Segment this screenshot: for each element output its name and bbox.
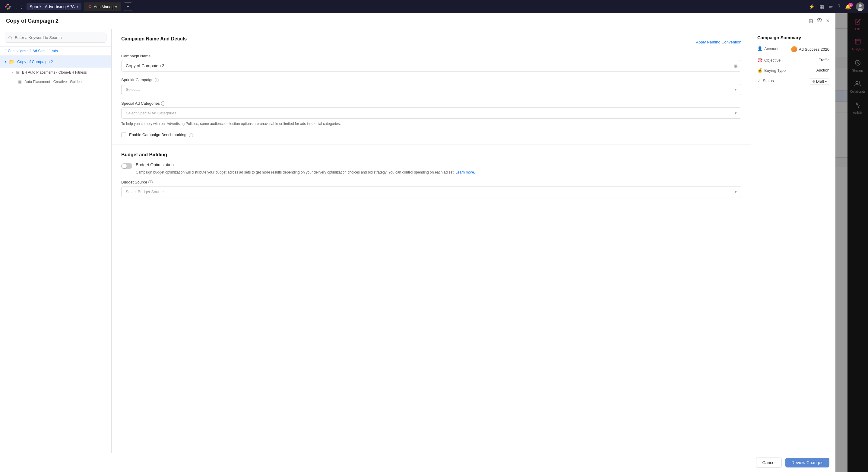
benchmarking-row: Enable Campaign Benchmarking i <box>121 132 741 137</box>
budget-source-arrow-icon: ▾ <box>735 189 737 194</box>
help-icon[interactable]: ? <box>838 4 840 9</box>
grid-icon: ⋮⋮ <box>14 4 24 10</box>
sprinklr-logo-icon <box>4 2 12 11</box>
tree-arrow-icon: ▾ <box>5 60 6 63</box>
account-key: 👤 Account <box>757 46 778 51</box>
ad-icon: ▣ <box>18 79 22 84</box>
app-name[interactable]: Sprinklr Advertising APA ▾ <box>27 3 82 10</box>
status-value: Draft ▾ <box>810 78 829 85</box>
budget-optimization-label: Budget Optimization <box>136 163 475 167</box>
campaign-tree-item[interactable]: ▾ 📁 Copy of Campaign 2 ⋮ <box>0 56 111 68</box>
budget-source-label: Budget Source i <box>121 180 741 184</box>
ads-manager-tab[interactable]: ⚙ Ads Manager <box>84 2 121 11</box>
modal-header: Copy of Campaign 2 ⊞ × <box>0 13 835 29</box>
modal-footer: Cancel Review Changes <box>0 453 835 472</box>
breadcrumb-campaigns[interactable]: 1 Campaigns <box>5 49 26 53</box>
svg-point-8 <box>859 4 862 7</box>
dropdown-arrow-icon: ▾ <box>76 5 79 9</box>
learn-more-link[interactable]: Learn more. <box>456 170 475 174</box>
status-dropdown[interactable]: Draft ▾ <box>810 78 829 85</box>
campaign-details-section: Campaign Name And Details Apply Naming C… <box>112 29 751 145</box>
special-ad-label: Special Ad Categories i <box>121 101 741 106</box>
campaign-name-field: Campaign Name ▦ <box>121 54 741 71</box>
campaign-name-input[interactable] <box>121 60 741 71</box>
ad-tree-item[interactable]: ▣ Auto Placement - Creative - Golden <box>0 77 111 86</box>
select-arrow-icon: ▾ <box>735 87 737 92</box>
status-key: ✓ Status <box>757 78 774 83</box>
notification-bell[interactable]: 🔔 1 <box>845 4 851 10</box>
svg-point-5 <box>6 4 7 6</box>
buying-type-icon: 💰 <box>757 68 763 73</box>
special-ad-arrow-icon: ▾ <box>735 111 737 115</box>
tree-navigation-panel: 1 Campaigns › 1 Ad Sets › 1 Ads ▾ 📁 Cop <box>0 29 112 453</box>
sprinklr-campaign-select[interactable]: Select... ▾ <box>121 84 741 95</box>
keyword-search-input[interactable] <box>5 33 106 42</box>
section1-title: Campaign Name And Details <box>121 36 187 42</box>
grid-input-icon: ▦ <box>734 63 738 68</box>
summary-account-row: 👤 Account Ad Success 2020 <box>757 46 829 52</box>
budget-source-info-icon[interactable]: i <box>148 180 153 184</box>
section2-title: Budget and Bidding <box>121 152 167 157</box>
cancel-button[interactable]: Cancel <box>756 458 782 468</box>
account-value: Ad Success 2020 <box>791 46 829 52</box>
tree-breadcrumb: 1 Campaigns › 1 Ad Sets › 1 Ads <box>0 47 111 56</box>
summary-title: Campaign Summary <box>757 35 829 40</box>
budget-optimization-toggle[interactable] <box>121 163 132 169</box>
new-tab-button[interactable]: + <box>124 2 132 11</box>
svg-point-10 <box>819 20 820 21</box>
notification-count: 1 <box>849 3 853 7</box>
breadcrumb-adsets[interactable]: 1 Ad Sets <box>30 49 45 53</box>
breadcrumb-ads[interactable]: 1 Ads <box>49 49 58 53</box>
budget-source-field: Budget Source i Select Budget Source ▾ <box>121 180 741 197</box>
special-ad-field: Special Ad Categories i Select Special A… <box>121 101 741 126</box>
status-dot-icon <box>812 80 815 83</box>
bolt-icon[interactable]: ⚡ <box>809 4 815 10</box>
tree-search-area <box>0 29 111 47</box>
tab-settings-icon: ⚙ <box>88 4 92 9</box>
preview-eye-icon[interactable] <box>817 18 822 25</box>
modal-title: Copy of Campaign 2 <box>6 18 59 24</box>
benchmarking-checkbox[interactable] <box>121 132 126 137</box>
campaign-more-button[interactable]: ⋮ <box>102 59 106 65</box>
naming-convention-link[interactable]: Apply Naming Convention <box>696 40 741 45</box>
account-icon: 👤 <box>757 46 763 51</box>
budget-source-select[interactable]: Select Budget Source ▾ <box>121 186 741 197</box>
status-icon: ✓ <box>757 78 761 83</box>
modal-body: 1 Campaigns › 1 Ad Sets › 1 Ads ▾ 📁 Cop <box>0 29 835 453</box>
special-ad-select[interactable]: Select Special Ad Categories ▾ <box>121 108 741 119</box>
summary-objective-row: 🎯 Objective Traffic <box>757 58 829 62</box>
svg-point-6 <box>8 7 10 9</box>
sprinklr-campaign-info-icon[interactable]: i <box>155 78 159 82</box>
sprinklr-campaign-field: Sprinklr Campaign i Select... ▾ <box>121 78 741 95</box>
benchmarking-info-icon[interactable]: i <box>189 133 193 137</box>
review-changes-button[interactable]: Review Changes <box>785 458 829 468</box>
objective-key: 🎯 Objective <box>757 58 780 62</box>
modal-close-button[interactable]: × <box>826 18 829 25</box>
budget-optimization-row: Budget Optimization Campaign budget opti… <box>121 163 741 175</box>
special-ad-info-icon[interactable]: i <box>161 101 165 106</box>
campaign-name-input-wrapper: ▦ <box>121 60 741 71</box>
buying-type-value: Auction <box>816 68 829 72</box>
campaign-name-label: Campaign Name <box>121 54 741 58</box>
layout-toggle-icon[interactable]: ⊞ <box>809 18 813 25</box>
tree-list: ▾ 📁 Copy of Campaign 2 ⋮ ▾ ▣ BH Auto Pla… <box>0 56 111 453</box>
form-panel: Campaign Name And Details Apply Naming C… <box>112 29 751 453</box>
objective-value: Traffic <box>819 58 829 62</box>
calendar-icon[interactable]: ▦ <box>819 4 824 10</box>
campaign-item-label: Copy of Campaign 2 <box>17 59 53 64</box>
account-avatar <box>791 46 797 52</box>
campaign-folder-icon: 📁 <box>9 59 15 65</box>
objective-icon: 🎯 <box>757 58 763 62</box>
adset-label: BH Auto Placements - Clone-BH Fitness <box>22 70 87 75</box>
summary-buying-type-row: 💰 Buying Type Auction <box>757 68 829 73</box>
buying-type-key: 💰 Buying Type <box>757 68 786 73</box>
status-arrow-icon: ▾ <box>825 80 827 83</box>
benchmarking-label: Enable Campaign Benchmarking i <box>129 132 193 137</box>
ad-label: Auto Placement - Creative - Golden <box>25 80 82 84</box>
user-avatar[interactable] <box>856 2 864 11</box>
topbar: ⋮⋮ Sprinklr Advertising APA ▾ ⚙ Ads Mana… <box>0 0 868 13</box>
sprinklr-campaign-label: Sprinklr Campaign i <box>121 78 741 82</box>
campaign-summary-panel: Campaign Summary 👤 Account Ad Success 20… <box>751 29 835 453</box>
adset-tree-item[interactable]: ▾ ▣ BH Auto Placements - Clone-BH Fitnes… <box>0 68 111 77</box>
pencil-icon[interactable]: ✏ <box>829 4 833 10</box>
